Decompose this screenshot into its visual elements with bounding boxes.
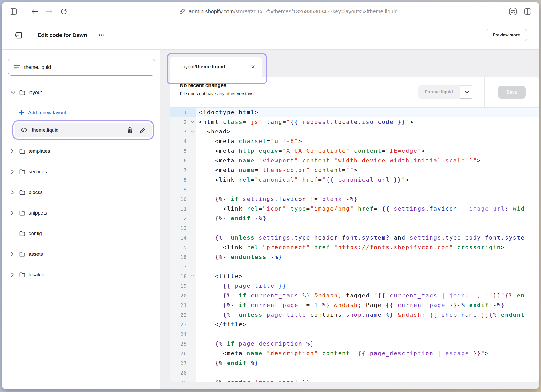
code-line-text[interactable]: {%- unless settings.type_header_font.sys… xyxy=(196,233,539,243)
fold-gutter xyxy=(189,378,196,382)
code-line: 2<html class="js" lang="{{ request.local… xyxy=(170,117,539,127)
code-line-text[interactable]: <link rel="canonical" href="{{ canonical… xyxy=(196,175,539,185)
sidebar-item-snippets[interactable]: snippets xyxy=(8,207,155,218)
code-line-text[interactable]: <meta name="description" content="{{ pag… xyxy=(196,349,539,358)
code-line-text[interactable]: {% endif %} xyxy=(196,358,539,368)
code-line-text[interactable]: <meta name="theme-color" content=""> xyxy=(196,166,539,175)
code-line-text[interactable]: {% if page_description %} xyxy=(196,339,539,349)
line-number: 9 xyxy=(170,185,189,194)
line-number: 28 xyxy=(170,368,189,378)
more-options-button[interactable]: ••• xyxy=(99,33,106,38)
sidebar-toggle-icon[interactable] xyxy=(9,8,17,15)
tab-close-icon[interactable]: × xyxy=(251,64,255,70)
code-line-text[interactable]: {{ page_title }} xyxy=(196,281,539,291)
page-settings-icon[interactable] xyxy=(509,8,517,15)
code-line-text[interactable]: {%- if current_tags %} &ndash; tagged "{… xyxy=(196,291,539,301)
url-path: /store/rzq1xu-f5/themes/132683530345?key… xyxy=(234,8,398,14)
code-line: 8 <link rel="canonical" href="{{ canonic… xyxy=(170,175,539,185)
chevron-right-icon[interactable] xyxy=(11,273,19,277)
back-icon[interactable] xyxy=(31,8,39,15)
code-line-text[interactable] xyxy=(196,329,539,339)
code-line: 26 <meta name="description" content="{{ … xyxy=(170,349,539,358)
sidebar-item-layout[interactable]: layout xyxy=(8,87,155,98)
preview-store-button[interactable]: Preview store xyxy=(486,29,527,41)
line-number: 2 xyxy=(170,117,189,127)
code-line-text[interactable]: <head> xyxy=(196,127,539,137)
sidebar-item-theme.liquid-selected[interactable]: theme.liquid xyxy=(15,123,152,137)
save-button[interactable]: Save xyxy=(498,86,526,99)
code-line-text[interactable]: <meta name="viewport" content="width=dev… xyxy=(196,156,539,166)
code-line-text[interactable] xyxy=(196,223,539,233)
sidebar-item-config[interactable]: config xyxy=(8,228,155,239)
fold-gutter xyxy=(189,233,196,243)
code-line-text[interactable]: <link rel="icon" type="image/png" href="… xyxy=(196,204,539,214)
chevron-right-icon[interactable] xyxy=(11,211,19,215)
line-number: 11 xyxy=(170,204,189,214)
code-editor-panel: layout/theme.liquid × No recent changes … xyxy=(160,50,539,389)
desktop-background: admin.shopify.com/store/rzq1xu-f5/themes… xyxy=(0,0,541,392)
folder-label: locales xyxy=(29,272,44,278)
chevron-right-icon[interactable] xyxy=(11,252,19,256)
chevron-right-icon[interactable] xyxy=(11,170,19,174)
forward-icon[interactable] xyxy=(45,8,53,15)
chevron-right-icon[interactable] xyxy=(11,149,19,153)
code-line-text[interactable]: {%- if settings.favicon != blank -%} xyxy=(196,194,539,204)
fold-gutter xyxy=(189,185,196,194)
chevron-down-icon[interactable] xyxy=(11,91,19,94)
sidebar-item-assets[interactable]: assets xyxy=(8,249,155,260)
code-line-text[interactable]: </title> xyxy=(196,320,539,329)
code-line-text[interactable] xyxy=(196,185,539,194)
line-number: 24 xyxy=(170,329,189,339)
code-line-text[interactable]: <link rel="preconnect" href="https://fon… xyxy=(196,243,539,252)
code-line-text[interactable]: <meta charset="utf-8"> xyxy=(196,137,539,146)
fold-toggle-icon[interactable] xyxy=(189,127,196,137)
address-bar[interactable]: admin.shopify.com/store/rzq1xu-f5/themes… xyxy=(68,8,509,15)
code-line-text[interactable] xyxy=(196,262,539,272)
chevron-right-icon[interactable] xyxy=(11,190,19,194)
file-search-input[interactable]: theme.liquid xyxy=(8,59,155,76)
exit-icon[interactable] xyxy=(14,31,23,39)
code-line-text[interactable]: {% render 'meta-tags' %} xyxy=(196,378,539,382)
tab-theme-liquid[interactable]: layout/theme.liquid × xyxy=(170,57,262,77)
code-line-text[interactable]: {%- if current_page != 1 %} &ndash; Page… xyxy=(196,301,539,310)
sidebar-item-locales[interactable]: locales xyxy=(8,269,155,280)
delete-file-icon[interactable] xyxy=(127,127,133,133)
rename-file-icon[interactable] xyxy=(139,127,146,133)
format-liquid-dropdown[interactable] xyxy=(460,85,474,99)
fold-toggle-icon[interactable] xyxy=(189,272,196,281)
file-search-value: theme.liquid xyxy=(24,64,51,70)
line-number: 26 xyxy=(170,349,189,358)
reload-icon[interactable] xyxy=(60,8,68,15)
format-liquid-button[interactable]: Format liquid xyxy=(418,85,460,99)
fold-toggle-icon[interactable] xyxy=(189,117,196,127)
code-editor[interactable]: 1<!doctype html>2<html class="js" lang="… xyxy=(170,108,539,382)
sidebar-item-blocks[interactable]: blocks xyxy=(8,187,155,198)
sidebar-item-sections[interactable]: sections xyxy=(8,166,155,177)
line-number: 13 xyxy=(170,223,189,233)
sidebar-item-templates[interactable]: templates xyxy=(8,146,155,157)
line-number: 21 xyxy=(170,301,189,310)
fold-gutter xyxy=(189,368,196,378)
folder-icon xyxy=(19,189,29,195)
code-line: 17 xyxy=(170,262,539,272)
code-line-text[interactable]: <!doctype html> xyxy=(196,108,539,117)
code-line-text[interactable]: {%- endunless -%} xyxy=(196,252,539,262)
code-line: 14 {%- unless settings.type_header_font.… xyxy=(170,233,539,243)
line-number: 3 xyxy=(170,127,189,137)
code-line-text[interactable]: {%- unless page_title contains shop.name… xyxy=(196,310,539,320)
fold-gutter xyxy=(189,223,196,233)
filter-icon xyxy=(13,64,20,70)
fold-gutter xyxy=(189,301,196,310)
code-line: 16 {%- endunless -%} xyxy=(170,252,539,262)
code-line-text[interactable]: {%- endif -%} xyxy=(196,214,539,223)
code-line: 21 {%- if current_page != 1 %} &ndash; P… xyxy=(170,301,539,310)
split-view-icon[interactable] xyxy=(524,8,532,15)
folder-label: blocks xyxy=(29,189,43,195)
code-line-text[interactable]: <title> xyxy=(196,272,539,281)
code-line-text[interactable]: <meta http-equiv="X-UA-Compatible" conte… xyxy=(196,146,539,156)
code-line-text[interactable] xyxy=(196,368,539,378)
fold-gutter xyxy=(189,329,196,339)
code-line: 20 {%- if current_tags %} &ndash; tagged… xyxy=(170,291,539,301)
sidebar-item-add-a-new-layout[interactable]: Add a new layout xyxy=(8,108,155,118)
code-line-text[interactable]: <html class="js" lang="{{ request.locale… xyxy=(196,117,539,127)
